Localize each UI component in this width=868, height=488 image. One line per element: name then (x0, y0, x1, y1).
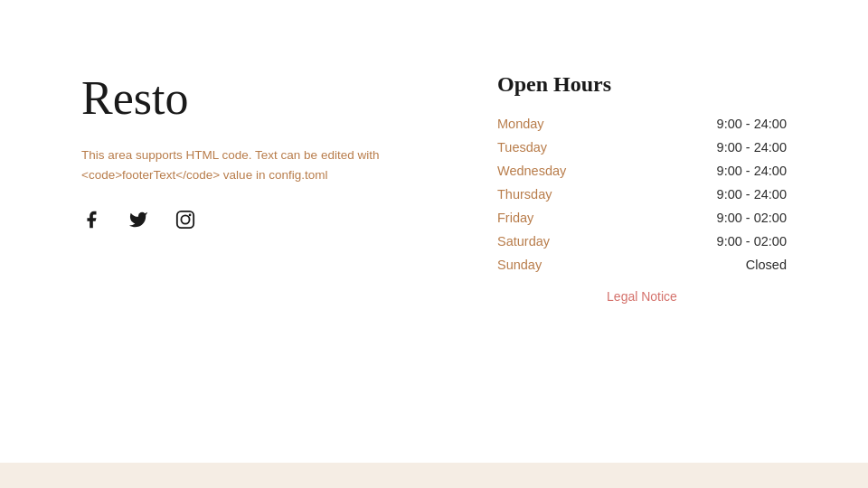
table-row: Thursday 9:00 - 24:00 (497, 187, 787, 202)
hours-thursday: 9:00 - 24:00 (717, 187, 787, 202)
table-row: Saturday 9:00 - 02:00 (497, 234, 787, 249)
instagram-icon[interactable] (175, 210, 195, 230)
hours-saturday: 9:00 - 02:00 (717, 234, 787, 249)
day-sunday: Sunday (497, 258, 597, 272)
svg-point-2 (189, 214, 192, 217)
day-thursday: Thursday (497, 187, 597, 202)
main-content: Resto This area supports HTML code. Text… (0, 0, 868, 463)
legal-notice-link[interactable]: Legal Notice (607, 289, 677, 304)
footer-bar (0, 463, 868, 488)
left-column: Resto This area supports HTML code. Text… (81, 72, 389, 230)
day-tuesday: Tuesday (497, 140, 597, 155)
table-row: Monday 9:00 - 24:00 (497, 117, 787, 131)
legal-notice[interactable]: Legal Notice (497, 288, 787, 305)
right-column: Open Hours Monday 9:00 - 24:00 Tuesday 9… (497, 72, 787, 305)
svg-point-1 (181, 216, 189, 224)
facebook-icon[interactable] (81, 210, 101, 230)
day-saturday: Saturday (497, 234, 597, 249)
hours-sunday: Closed (746, 258, 787, 272)
social-icons-container (81, 210, 389, 230)
table-row: Tuesday 9:00 - 24:00 (497, 140, 787, 155)
twitter-icon[interactable] (128, 210, 148, 230)
hours-table: Monday 9:00 - 24:00 Tuesday 9:00 - 24:00… (497, 117, 787, 272)
hours-tuesday: 9:00 - 24:00 (717, 140, 787, 155)
table-row: Wednesday 9:00 - 24:00 (497, 164, 787, 178)
table-row: Friday 9:00 - 02:00 (497, 211, 787, 225)
open-hours-title: Open Hours (497, 72, 787, 97)
hours-monday: 9:00 - 24:00 (717, 117, 787, 131)
day-monday: Monday (497, 117, 597, 131)
hours-friday: 9:00 - 02:00 (717, 211, 787, 225)
day-wednesday: Wednesday (497, 164, 597, 178)
svg-rect-0 (177, 211, 193, 228)
hours-wednesday: 9:00 - 24:00 (717, 164, 787, 178)
site-logo: Resto (81, 72, 389, 124)
footer-description: This area supports HTML code. Text can b… (81, 145, 389, 184)
table-row: Sunday Closed (497, 258, 787, 272)
day-friday: Friday (497, 211, 597, 225)
